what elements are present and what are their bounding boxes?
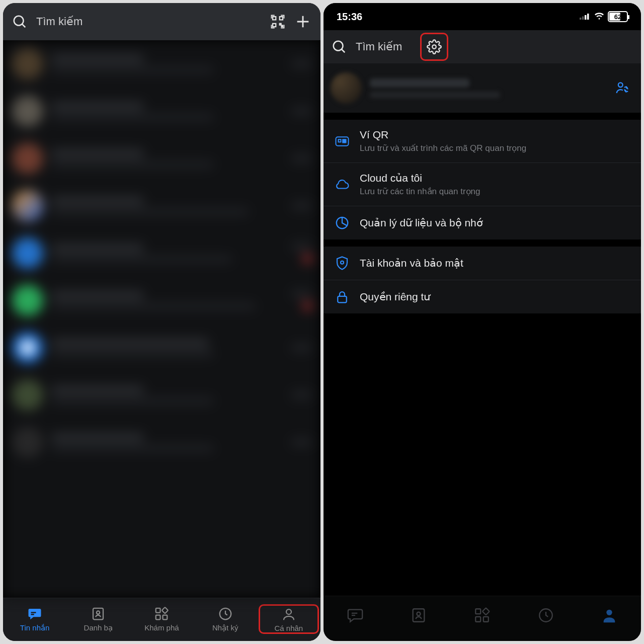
profile-header: Tìm kiếm xyxy=(324,30,641,63)
tab-label: Tin nhắn xyxy=(20,623,49,632)
svg-rect-28 xyxy=(343,141,344,143)
cloud-icon xyxy=(335,177,350,192)
gear-icon xyxy=(427,39,442,54)
svg-point-31 xyxy=(341,261,344,264)
tab-personal-icon[interactable] xyxy=(601,607,618,624)
avatar xyxy=(331,72,362,104)
svg-rect-11 xyxy=(156,615,160,620)
chat-header: Tìm kiếm xyxy=(3,3,320,40)
empty-area xyxy=(324,313,641,596)
search-placeholder[interactable]: Tìm kiếm xyxy=(36,15,83,28)
tab-label: Khám phá xyxy=(144,623,179,632)
menu-title: Quản lý dữ liệu và bộ nhớ xyxy=(360,217,630,229)
menu-group-1: Ví QR Lưu trữ và xuất trình các mã QR qu… xyxy=(324,120,641,239)
menu-subtitle: Lưu trữ các tin nhắn quan trọng xyxy=(360,186,630,197)
menu-data-storage[interactable]: Quản lý dữ liệu và bộ nhớ xyxy=(324,206,641,239)
left-phone-frame: Tìm kiếm Tin nhắn Danh bạ xyxy=(3,3,320,641)
bottom-tab-bar-faded xyxy=(324,596,641,641)
svg-rect-27 xyxy=(345,139,346,141)
svg-rect-17 xyxy=(582,16,584,20)
svg-rect-10 xyxy=(156,608,160,613)
menu-subtitle: Lưu trữ và xuất trình các mã QR quan trọ… xyxy=(360,143,630,153)
svg-rect-3 xyxy=(282,26,283,27)
svg-point-36 xyxy=(417,612,421,615)
switch-user-icon[interactable] xyxy=(615,80,630,96)
svg-rect-39 xyxy=(484,616,489,621)
tab-label: Danh bạ xyxy=(84,623,113,632)
chat-list-blurred xyxy=(3,40,320,598)
svg-point-42 xyxy=(606,609,612,615)
svg-line-1 xyxy=(22,24,25,27)
svg-point-20 xyxy=(334,41,343,51)
status-bar: 15:36 62 xyxy=(324,3,641,30)
status-time: 15:36 xyxy=(337,11,362,23)
svg-rect-25 xyxy=(339,139,341,142)
svg-rect-26 xyxy=(343,139,344,141)
svg-rect-16 xyxy=(580,18,582,20)
tab-discover[interactable]: Khám phá xyxy=(132,606,192,632)
battery-indicator: 62 xyxy=(608,11,628,22)
menu-qr-wallet[interactable]: Ví QR Lưu trữ và xuất trình các mã QR qu… xyxy=(324,120,641,163)
search-placeholder[interactable]: Tìm kiếm xyxy=(356,40,402,53)
svg-line-21 xyxy=(342,49,345,52)
qr-wallet-icon xyxy=(335,134,350,149)
right-phone-frame: 15:36 62 Tìm kiếm xyxy=(324,3,641,641)
svg-rect-2 xyxy=(280,24,281,25)
plus-icon[interactable] xyxy=(294,13,311,30)
lock-icon xyxy=(335,289,350,304)
bottom-tab-bar: Tin nhắn Danh bạ Khám phá Nhật ký Cá nhâ… xyxy=(3,598,320,641)
profile-text-blurred xyxy=(370,78,607,98)
svg-point-9 xyxy=(97,611,100,614)
menu-title: Ví QR xyxy=(360,129,630,141)
svg-rect-6 xyxy=(31,612,36,613)
tab-contacts-icon[interactable] xyxy=(410,607,427,624)
tab-label: Cá nhân xyxy=(274,624,303,632)
svg-rect-7 xyxy=(31,614,34,615)
svg-rect-38 xyxy=(476,616,481,621)
svg-point-22 xyxy=(432,45,436,49)
svg-rect-32 xyxy=(338,296,347,303)
svg-point-0 xyxy=(14,16,24,26)
search-icon[interactable] xyxy=(12,14,27,29)
tab-messages-icon[interactable] xyxy=(347,607,364,624)
svg-rect-13 xyxy=(162,607,168,613)
cellular-icon xyxy=(580,11,591,23)
svg-rect-29 xyxy=(345,141,346,143)
tab-diary-icon[interactable] xyxy=(537,607,554,624)
tab-discover-icon[interactable] xyxy=(473,607,491,624)
tab-label: Nhật ký xyxy=(212,623,238,632)
menu-group-2: Tài khoản và bảo mật Quyền riêng tư xyxy=(324,247,641,313)
menu-title: Quyền riêng tư xyxy=(360,291,630,303)
menu-title: Cloud của tôi xyxy=(360,172,630,184)
menu-privacy[interactable]: Quyền riêng tư xyxy=(324,280,641,313)
search-icon[interactable] xyxy=(332,39,347,54)
svg-rect-40 xyxy=(482,608,490,615)
shield-icon xyxy=(335,256,350,271)
qr-icon[interactable] xyxy=(270,14,285,29)
svg-rect-19 xyxy=(587,14,589,20)
wifi-icon xyxy=(594,11,605,23)
tab-contacts[interactable]: Danh bạ xyxy=(68,606,128,632)
svg-point-23 xyxy=(618,83,623,87)
menu-title: Tài khoản và bảo mật xyxy=(360,257,630,269)
menu-account-security[interactable]: Tài khoản và bảo mật xyxy=(324,247,641,280)
tab-personal-highlighted[interactable]: Cá nhân xyxy=(259,604,319,634)
chart-icon xyxy=(335,215,350,230)
tab-messages[interactable]: Tin nhắn xyxy=(5,606,65,632)
profile-row[interactable] xyxy=(324,63,641,113)
menu-my-cloud[interactable]: Cloud của tôi Lưu trữ các tin nhắn quan … xyxy=(324,163,641,206)
settings-button-highlighted[interactable] xyxy=(420,33,448,61)
svg-rect-12 xyxy=(163,615,168,620)
svg-rect-18 xyxy=(585,15,587,20)
svg-point-15 xyxy=(286,609,291,614)
tab-diary[interactable]: Nhật ký xyxy=(195,606,256,632)
battery-percent: 62 xyxy=(614,13,621,21)
svg-rect-37 xyxy=(476,609,481,614)
svg-rect-24 xyxy=(336,137,349,146)
